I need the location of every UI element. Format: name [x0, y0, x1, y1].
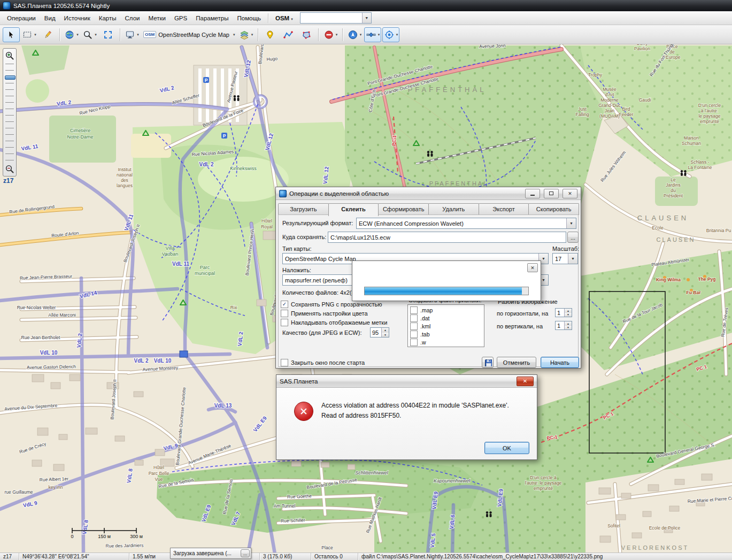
map-label: (MUDAM) — [599, 113, 620, 119]
window-titlebar[interactable]: SAS.Планета 120526.5574 Nightly — [0, 0, 732, 11]
tab-generate[interactable]: Сформировать — [378, 203, 429, 215]
georef-dat-checkbox[interactable]: .dat — [410, 314, 482, 322]
save-settings-button[interactable] — [482, 357, 494, 368]
map-highlighted-building — [180, 351, 188, 357]
save-path-input[interactable]: C:\maps\Lux12\15.ecw — [328, 232, 566, 243]
map-label: CLAUSEN — [657, 236, 696, 243]
error-ok-button[interactable]: OK — [484, 442, 529, 454]
dialog-maximize-button[interactable] — [544, 189, 559, 198]
spin-up-icon[interactable]: ▲ — [565, 321, 572, 326]
tool-cursor-button[interactable] — [3, 27, 20, 42]
layers-button[interactable]: ▾ — [237, 27, 255, 42]
checkbox-icon — [281, 310, 288, 317]
map-type-label: OpenStreetMap Cycle Map — [158, 32, 229, 38]
spin-down-icon[interactable]: ▼ — [565, 326, 572, 330]
georef-w-checkbox[interactable]: .w — [410, 338, 482, 346]
map-label: Fu Bar — [687, 290, 702, 295]
split-horizontal-label: по горизонтали, на — [497, 310, 548, 317]
tool-search-button[interactable]: ▾ — [81, 27, 98, 42]
menubar-separator — [268, 13, 268, 23]
gps-track-button[interactable]: ▾ — [364, 27, 381, 42]
menu-source[interactable]: Источник — [60, 13, 94, 23]
map-label: Gaudi — [639, 97, 651, 103]
tool-pencil-button[interactable] — [39, 27, 56, 42]
zoom-out-button[interactable] — [4, 163, 16, 175]
spin-up-icon[interactable]: ▲ — [565, 309, 572, 313]
menu-gps[interactable]: GPS — [171, 13, 191, 23]
tab-download[interactable]: Загрузить — [278, 203, 329, 215]
path-add-button[interactable] — [280, 27, 297, 42]
chevron-down-icon[interactable]: ▼ — [568, 254, 577, 264]
gps-connect-button[interactable]: ▾ — [346, 27, 363, 42]
menu-operations[interactable]: Операции — [3, 13, 40, 23]
tool-fullscreen-button[interactable] — [99, 27, 117, 42]
map-label: Schlittenhiwwel — [355, 470, 389, 475]
georef-kml-checkbox[interactable]: .kml — [410, 322, 482, 330]
placemark-add-button[interactable] — [261, 27, 279, 42]
statusbar: z17 N49°36'43.28" E6°08'21.54" 1.55 м/пи… — [0, 553, 732, 560]
chevron-down-icon[interactable]: ▼ — [566, 218, 576, 228]
split-horizontal-spinner[interactable]: 1 ▲▼ — [555, 308, 572, 317]
dialog-titlebar[interactable]: Операции с выделенной областью ✕ — [276, 187, 581, 200]
menu-help[interactable]: Помощь — [234, 13, 265, 23]
menu-settings[interactable]: Параметры — [192, 13, 232, 23]
dialog-minimize-button[interactable] — [525, 189, 540, 198]
dialog-close-button[interactable]: ✕ — [563, 189, 577, 198]
cancel-button[interactable]: Отменить — [497, 357, 536, 368]
tab-delete[interactable]: Удалить — [428, 203, 479, 215]
menu-view[interactable]: Вид — [41, 13, 59, 23]
view-mode-button[interactable]: ▾ — [124, 27, 141, 42]
browse-button[interactable]: ... — [567, 232, 579, 243]
map-label: key inn — [49, 485, 63, 490]
error-dialog-title: SAS.Планета — [280, 378, 513, 385]
tab-stitch[interactable]: Склеить — [328, 203, 379, 216]
map-label: Jean — [605, 108, 615, 113]
menu-marks[interactable]: Метки — [144, 13, 169, 23]
split-vertical-spinner[interactable]: 1 ▲▼ — [555, 321, 572, 330]
tab-copy[interactable]: Скопировать — [528, 203, 579, 215]
map-label: Vue — [155, 477, 163, 482]
zoom-slider[interactable] — [5, 64, 14, 161]
spin-down-icon[interactable]: ▼ — [382, 333, 389, 337]
menu-osm[interactable]: OSM▾ — [272, 13, 297, 23]
start-button[interactable]: Начать — [541, 357, 579, 368]
download-status-popup[interactable]: Загрузка завершена (... ... — [170, 548, 251, 559]
color-settings-checkbox[interactable]: Применять настройки цвета — [281, 310, 368, 317]
overlay-marks-checkbox[interactable]: Накладывать отображаемые метки — [281, 319, 387, 326]
menu-layers[interactable]: Слои — [121, 13, 144, 23]
spin-up-icon[interactable]: ▲ — [382, 328, 389, 333]
png-transparency-checkbox[interactable]: Сохранять PNG с прозрачностью — [281, 301, 382, 308]
progress-window: ✕ — [352, 260, 541, 301]
scale-combobox[interactable]: 17▼ — [552, 253, 578, 264]
tool-globe-button[interactable]: ▾ — [63, 27, 80, 42]
toolbar-separator — [59, 28, 60, 41]
georef-tab-checkbox[interactable]: .tab — [410, 330, 482, 338]
chevron-down-icon[interactable]: ▼ — [362, 13, 371, 23]
error-close-button[interactable]: ✕ — [517, 377, 534, 386]
map-label: des — [121, 178, 128, 183]
tool-selection-button[interactable]: ▾ — [21, 27, 38, 42]
quality-label: Качество (для JPEG и ECW): — [282, 329, 361, 336]
progress-close-button[interactable]: ✕ — [527, 263, 538, 272]
checkbox-icon — [410, 339, 418, 346]
spin-down-icon[interactable]: ▼ — [565, 313, 572, 317]
map-label: PFAFFENTHAL — [429, 180, 489, 187]
tab-export[interactable]: Экспорт — [479, 203, 529, 215]
map-type-button[interactable]: OSM OpenStreetMap Cycle Map ▾ — [142, 27, 236, 42]
zoom-in-button[interactable] — [4, 50, 16, 62]
download-status-more-button[interactable]: ... — [241, 549, 250, 557]
zoom-slider-handle[interactable] — [5, 75, 16, 80]
menu-maps[interactable]: Карты — [95, 13, 120, 23]
menubar-search-combobox[interactable]: ▼ — [300, 12, 372, 24]
georef-map-checkbox[interactable]: .map — [410, 306, 482, 314]
marks-visibility-button[interactable]: ▾ — [322, 27, 339, 42]
polygon-add-button[interactable] — [298, 27, 315, 42]
quality-spinner[interactable]: 95 ▲▼ — [370, 327, 389, 337]
map-label: Pavilion — [634, 46, 650, 51]
close-after-start-checkbox[interactable]: Закрыть окно после старта — [281, 359, 365, 366]
format-combobox[interactable]: ECW (Enhanced Compression Wavelet)▼ — [356, 218, 576, 229]
map-label: Président — [664, 193, 683, 198]
gps-follow-button[interactable]: ▾ — [382, 27, 399, 42]
error-dialog-titlebar[interactable]: SAS.Планета ✕ — [276, 375, 537, 388]
chevron-down-icon: ▾ — [233, 33, 235, 37]
